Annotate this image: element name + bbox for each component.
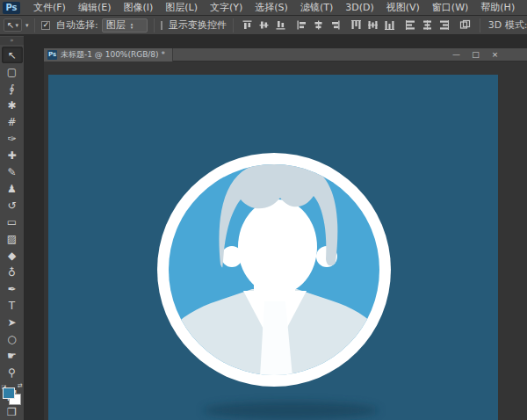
history-brush-tool-icon: ↺ [7,199,16,212]
spot-healing-brush-tool-icon: ✚ [7,149,16,162]
align-left-edges-icon[interactable] [294,18,310,33]
distribute-left-edges-icon[interactable] [403,18,419,33]
menu-item[interactable]: 滤镜(T) [294,0,339,16]
avatar-face [238,199,317,294]
menu-item[interactable]: 视图(V) [380,0,426,16]
document-area: Ps 未标题-1 @ 100%(RGB/8) * — □ × [25,36,527,420]
hand-tool-icon: ☛ [7,350,17,362]
canvas[interactable] [48,75,498,420]
auto-select-label: 自动选择: [56,18,98,32]
distribute-bottom-edges-icon[interactable] [382,18,398,33]
quick-selection-tool[interactable]: ✱ [2,97,23,113]
pasteboard [44,62,527,420]
horizontal-type-tool[interactable]: T [2,297,23,314]
distribute-vertical-centers-icon[interactable] [365,18,381,33]
zoom-tool[interactable]: ⚲ [2,364,23,380]
document-tab-title: 未标题-1 @ 100%(RGB/8) * [61,49,165,61]
menu-item[interactable]: 文字(Y) [204,0,249,16]
move-tool[interactable]: ↖ [2,47,23,63]
path-selection-tool-icon: ➤ [7,316,16,329]
swap-colors-icon[interactable]: ⇄ [18,382,23,389]
align-vertical-centers-icon[interactable] [256,18,272,33]
minimize-button[interactable]: — [451,49,462,61]
rectangular-marquee-tool[interactable]: ▢ [2,63,23,80]
updown-arrows-icon: ▴▾ [131,22,134,29]
eyedropper-tool-icon: ✑ [7,133,16,145]
menu-item[interactable]: 文件(F) [27,0,72,16]
avatar-shadow [203,402,379,419]
close-button[interactable]: × [489,49,501,61]
eyedropper-tool[interactable]: ✑ [2,130,23,147]
distribute-top-edges-icon[interactable] [349,18,365,33]
maximize-button[interactable]: □ [470,49,481,61]
hand-tool[interactable]: ☛ [2,347,23,364]
crop-tool-icon: # [7,116,16,128]
spot-healing-brush-tool[interactable]: ✚ [2,147,23,163]
move-tool-icon: ↖ [7,20,14,30]
distribute-right-edges-icon[interactable] [437,18,452,33]
photoshop-logo: Ps [3,2,20,14]
chevron-down-icon: ▾ [15,22,18,29]
ellipse-shape-tool[interactable]: ○ [2,330,23,347]
align-top-edges-icon[interactable] [240,18,256,33]
preset-dropdown-icon[interactable]: ▾ [25,22,29,29]
menu-item[interactable]: 帮助(H) [474,0,521,16]
toolbox-collapse-button[interactable]: » [0,37,24,45]
screen-mode-button[interactable]: ❐ [2,403,23,420]
eraser-tool-icon: ▭ [7,216,17,228]
lasso-tool[interactable]: ∮ [2,80,23,97]
ellipse-shape-tool-icon: ○ [7,333,16,345]
avatar-artwork [48,75,498,420]
menu-item[interactable]: 选择(S) [249,0,294,16]
crop-tool[interactable]: # [2,113,23,130]
pen-tool[interactable]: ✒ [2,280,23,297]
auto-select-checkbox[interactable] [41,21,50,30]
gradient-tool[interactable]: ▨ [2,230,23,247]
document-window: Ps 未标题-1 @ 100%(RGB/8) * — □ × [44,48,527,420]
document-tab-strip: Ps 未标题-1 @ 100%(RGB/8) * — □ × [44,48,527,62]
menu-item[interactable]: 图像(I) [117,0,159,16]
clone-stamp-tool[interactable]: ♟ [2,180,23,197]
clone-stamp-tool-icon: ♟ [7,183,17,195]
color-swatches: ◪ ⇄ [2,383,23,384]
menu-item[interactable]: 图层(L) [159,0,204,16]
distribute-horizontal-centers-icon[interactable] [420,18,436,33]
align-bottom-edges-icon[interactable] [273,18,289,33]
psd-file-icon: Ps [47,50,57,60]
show-transform-controls-checkbox[interactable] [161,21,162,30]
separator [154,18,155,33]
toolbox: » ↖▢∮✱#✑✚✎♟↺▭▨◆♁✒T➤○☛⚲ ◪ ⇄ ◙ ❐ [0,36,25,420]
eraser-tool[interactable]: ▭ [2,214,23,230]
align-right-edges-icon[interactable] [328,18,343,33]
separator [233,18,234,33]
menu-item[interactable]: 窗口(W) [426,0,474,16]
brush-tool[interactable]: ✎ [2,163,23,180]
document-tab[interactable]: Ps 未标题-1 @ 100%(RGB/8) * [44,48,173,62]
auto-align-layers-icon[interactable] [458,18,473,33]
dodge-tool[interactable]: ♁ [2,264,23,280]
history-brush-tool[interactable]: ↺ [2,197,23,214]
tool-preset-picker[interactable]: ↖ ▾ [4,18,22,32]
quick-selection-tool-icon: ✱ [7,99,16,112]
dodge-tool-icon: ♁ [8,266,16,279]
align-horizontal-centers-icon[interactable] [311,18,327,33]
rectangular-marquee-tool-icon: ▢ [7,66,17,78]
menu-item[interactable]: 3D(D) [339,0,380,16]
show-transform-controls-label: 显示变换控件 [169,18,227,32]
pen-tool-icon: ✒ [7,283,16,295]
separator [480,18,480,33]
gradient-tool-icon: ▨ [7,233,17,245]
blur-tool[interactable]: ◆ [2,247,23,264]
foreground-color-swatch[interactable] [3,387,15,399]
menu-item[interactable]: 编辑(E) [72,0,118,16]
menu-bar: Ps 文件(F)编辑(E)图像(I)图层(L)文字(Y)选择(S)滤镜(T)3D… [0,0,527,16]
options-bar: ↖ ▾ ▾ 自动选择: 图层 ▴▾ 显示变换控件 3D 模式: ↺⊚✛⇆⇵ [0,16,527,35]
path-selection-tool[interactable]: ➤ [2,314,23,330]
3d-mode-label: 3D 模式: [488,18,527,32]
separator [34,18,35,33]
blur-tool-icon: ◆ [8,250,16,262]
window-controls: — □ × [451,48,501,62]
move-tool-icon: ↖ [7,49,16,62]
auto-select-target-dropdown[interactable]: 图层 ▴▾ [102,18,148,33]
lasso-tool-icon: ∮ [9,83,14,95]
